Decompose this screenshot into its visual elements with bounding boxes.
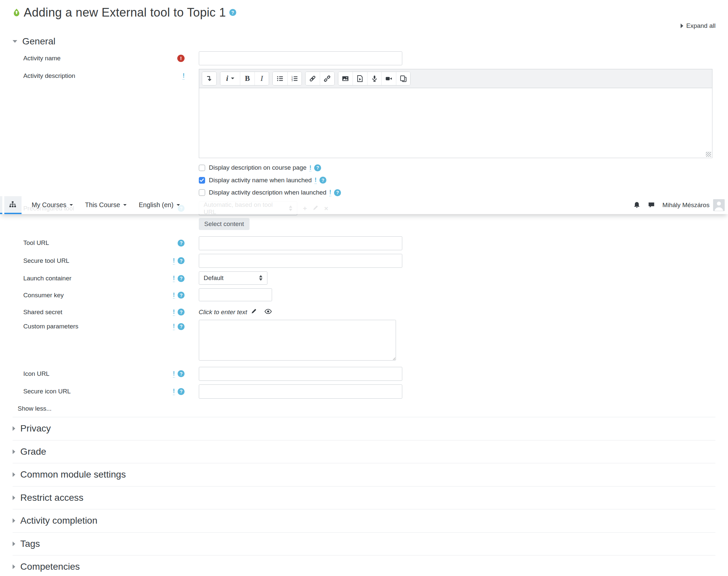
resize-grip-icon[interactable] (706, 152, 711, 157)
icon-url-label: Icon URL (12, 370, 173, 377)
navbar-links: My Courses This Course English (en) (31, 201, 180, 209)
nav-my-courses[interactable]: My Courses (31, 201, 73, 209)
select-content-button[interactable]: Select content (199, 218, 250, 230)
image-icon[interactable] (338, 72, 353, 85)
section-privacy[interactable]: Privacy (12, 417, 716, 440)
collapse-toolbar-icon[interactable] (202, 72, 217, 85)
caret-right-icon (12, 495, 15, 500)
display-activity-description-checkbox[interactable] (199, 189, 205, 196)
unlink-icon[interactable] (320, 72, 334, 85)
shared-secret-label: Shared secret (12, 309, 173, 316)
show-less-link[interactable]: Show less... (18, 405, 716, 412)
display-description-checkbox[interactable] (199, 165, 205, 171)
warning-icon: ! (182, 72, 184, 80)
help-icon[interactable]: ? (334, 189, 341, 196)
svg-text:3: 3 (291, 79, 293, 82)
eye-icon[interactable] (264, 309, 272, 316)
help-icon[interactable]: ? (178, 370, 184, 377)
section-common-module-settings[interactable]: Common module settings (12, 463, 716, 487)
help-icon[interactable]: ? (178, 240, 184, 247)
display-activity-name-checkbox[interactable] (199, 177, 205, 183)
display-activity-description-option: Display activity description when launch… (199, 189, 716, 196)
help-icon[interactable]: ? (178, 309, 184, 316)
chevron-down-icon (123, 204, 126, 206)
section-label: Competencies (20, 561, 80, 572)
italic-icon[interactable]: I (255, 72, 269, 85)
section-general-header[interactable]: General (12, 36, 716, 47)
activity-description-row: Activity description ! i B (12, 69, 716, 158)
nav-language[interactable]: English (en) (139, 201, 180, 209)
nav-this-course-label: This Course (85, 201, 120, 209)
manage-files-icon[interactable] (396, 72, 411, 85)
paragraph-style-icon[interactable]: i (220, 72, 240, 85)
chevron-down-icon (231, 78, 234, 79)
section-grade[interactable]: Grade (12, 440, 716, 464)
caret-right-icon (680, 24, 683, 28)
bold-icon[interactable]: B (240, 72, 255, 85)
help-icon[interactable]: ? (178, 292, 184, 298)
consumer-key-row: Consumer key !? (12, 288, 716, 301)
link-icon[interactable] (305, 72, 320, 85)
warning-icon: ! (315, 177, 316, 184)
warning-icon: ! (329, 189, 331, 196)
record-audio-icon[interactable] (367, 72, 382, 85)
expand-all-link[interactable]: Expand all (12, 22, 716, 29)
warning-icon: ! (310, 164, 312, 172)
caret-right-icon (12, 450, 15, 454)
help-icon[interactable]: ? (178, 388, 184, 395)
editor-toolbar: i B I 123 (199, 69, 712, 88)
nav-my-courses-label: My Courses (31, 201, 66, 209)
collapsed-sections: Privacy Grade Common module settings Res… (12, 417, 716, 576)
shared-secret-edit-link[interactable]: Click to enter text (199, 309, 247, 316)
numbered-list-icon[interactable]: 123 (287, 72, 302, 85)
pencil-icon[interactable] (251, 308, 257, 316)
navbar-overlap-zone: Preconfigured tool ? Automatic, based on… (12, 202, 716, 215)
expand-all-label: Expand all (686, 22, 716, 29)
icon-url-row: Icon URL !? (12, 367, 716, 381)
help-icon[interactable]: ? (178, 323, 184, 330)
section-restrict-access[interactable]: Restrict access (12, 487, 716, 510)
custom-parameters-textarea[interactable] (199, 320, 396, 361)
help-icon[interactable]: ? (314, 164, 321, 171)
section-label: Privacy (20, 423, 51, 434)
bell-icon[interactable] (634, 202, 640, 208)
help-icon[interactable]: ? (319, 177, 326, 183)
secure-icon-url-input[interactable] (199, 384, 403, 398)
consumer-key-input[interactable] (199, 288, 272, 301)
icon-url-input[interactable] (199, 367, 403, 381)
display-description-option: Display description on course page ! ? (199, 164, 716, 171)
activity-name-label: Activity name (12, 55, 177, 62)
section-competencies[interactable]: Competencies (12, 555, 716, 576)
media-icon[interactable] (353, 72, 367, 85)
navbar-tab-partial[interactable] (0, 196, 2, 214)
tool-url-input[interactable] (199, 236, 403, 250)
page-title-row: Adding a new External tool to Topic 1 ? (12, 6, 716, 20)
editor-content-area[interactable] (199, 88, 712, 159)
section-activity-completion[interactable]: Activity completion (12, 509, 716, 532)
bulleted-list-icon[interactable] (273, 72, 287, 85)
caret-right-icon (12, 518, 15, 523)
warning-icon: ! (173, 292, 175, 299)
chevron-down-icon (69, 204, 73, 206)
warning-icon: ! (173, 275, 175, 282)
tool-url-label: Tool URL (12, 239, 178, 247)
sticky-navbar: My Courses This Course English (en) (0, 196, 728, 214)
section-label: Grade (20, 447, 46, 457)
activity-name-input[interactable] (199, 51, 403, 65)
activity-name-row: Activity name ! (12, 51, 716, 65)
help-icon[interactable]: ? (178, 257, 184, 264)
secure-tool-url-row: Secure tool URL !? (12, 254, 716, 268)
help-icon[interactable]: ? (229, 9, 236, 16)
section-tags[interactable]: Tags (12, 532, 716, 556)
warning-icon: ! (173, 257, 175, 264)
help-icon[interactable]: ? (178, 275, 184, 282)
avatar[interactable] (713, 199, 725, 211)
page-title: Adding a new External tool to Topic 1 (24, 6, 226, 20)
sitemap-icon[interactable] (4, 196, 22, 214)
user-name[interactable]: Mihály Mészáros (662, 202, 709, 209)
nav-this-course[interactable]: This Course (85, 201, 127, 209)
secure-tool-url-input[interactable] (199, 254, 403, 268)
chat-icon[interactable] (648, 202, 655, 208)
record-video-icon[interactable] (381, 72, 396, 85)
launch-container-select[interactable]: Default (199, 271, 268, 284)
